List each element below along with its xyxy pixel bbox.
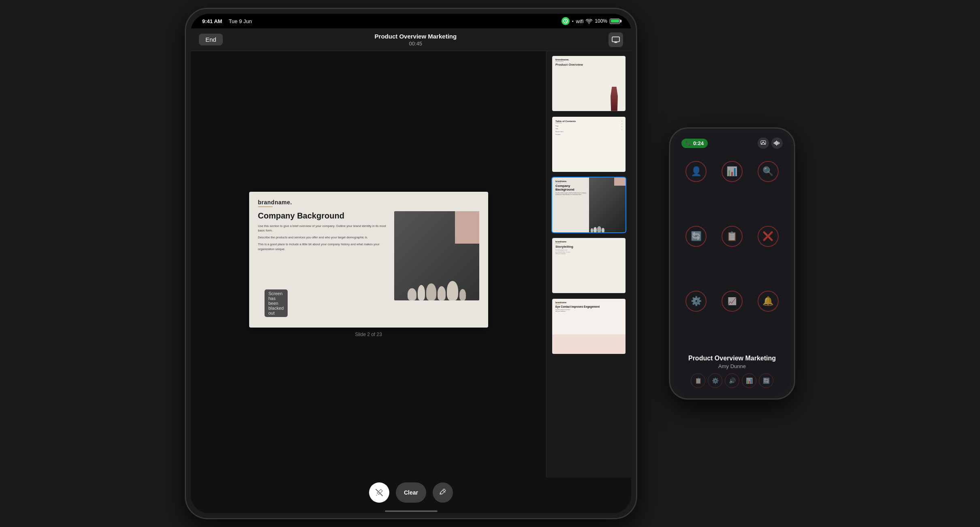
slide-thumb-1[interactable]: brandname. Product Overview bbox=[551, 55, 626, 112]
thumb2-title: Table of Contents bbox=[555, 120, 622, 122]
presentation-toolbar: Clear bbox=[191, 478, 631, 511]
phone-call-icon: 📞 bbox=[685, 141, 691, 146]
phone-small-icon-3[interactable]: 🔊 bbox=[725, 373, 739, 388]
status-time: 9:41 AM bbox=[202, 18, 222, 24]
phone-grid-icon-5[interactable]: 📋 bbox=[716, 220, 749, 253]
current-slide-area: brandname. Company Background Use this s… bbox=[191, 51, 546, 478]
slide-main-title: Company Background bbox=[258, 211, 388, 221]
ceramic-3 bbox=[426, 283, 436, 300]
wifi-signal-icon bbox=[586, 19, 592, 24]
slide-thumb-5[interactable]: brandname Eye Contact Improves Engagemen… bbox=[551, 298, 626, 355]
battery-level: 100% bbox=[595, 18, 607, 24]
thumb5-brand: brandname bbox=[555, 301, 622, 304]
thumb2-nums: 3 4 5 6 bbox=[621, 120, 622, 131]
current-slide: brandname. Company Background Use this s… bbox=[249, 192, 488, 328]
screen-blacked-badge: Screen has been blacked out bbox=[265, 289, 288, 317]
slide-counter: Slide 2 of 23 bbox=[355, 332, 382, 337]
thumb1-title: Product Overview bbox=[555, 63, 583, 66]
slide-thumb-3[interactable]: brandname. Company Background Use this s… bbox=[551, 177, 626, 234]
thumb-inner-1: brandname. Product Overview bbox=[552, 56, 626, 111]
ceramic-5 bbox=[447, 281, 458, 300]
svg-rect-5 bbox=[774, 142, 775, 144]
screentime-icon bbox=[562, 17, 570, 25]
thumb-inner-3: brandname. Company Background Use this s… bbox=[552, 178, 626, 233]
thumb4-title: Storytelling bbox=[555, 245, 622, 249]
home-indicator bbox=[191, 511, 631, 513]
thumb3-ceramics bbox=[589, 226, 606, 232]
phone-call-pill: 📞 0:24 bbox=[681, 139, 708, 148]
slide-panel[interactable]: brandname. Product Overview Table of Con… bbox=[546, 51, 631, 478]
slide-thumb-4[interactable]: brandname Storytelling Use this section … bbox=[551, 237, 626, 294]
phone-grid-icon-6[interactable]: ❌ bbox=[752, 220, 784, 253]
ceramic-1 bbox=[408, 288, 416, 300]
pen-button[interactable] bbox=[433, 482, 453, 503]
phone-waveform-button[interactable] bbox=[771, 137, 783, 149]
slide-image bbox=[394, 211, 479, 300]
thumb3-underline bbox=[555, 183, 561, 183]
thumb5-pink-bar bbox=[552, 334, 626, 354]
end-button[interactable]: End bbox=[199, 34, 223, 45]
airplay-icon bbox=[760, 140, 766, 146]
phone-grid-icon-9[interactable]: 🔔 bbox=[752, 285, 784, 318]
ceramic-4 bbox=[438, 286, 446, 300]
thumb4-text: Use this section to tellyour brand's sto… bbox=[555, 249, 622, 255]
ceramic-6 bbox=[459, 289, 466, 300]
phone-small-icon-2[interactable]: ⚙️ bbox=[708, 373, 722, 388]
thumb5-text: Use this section to connectwith your aud… bbox=[555, 309, 622, 312]
phone-icon-grid: 👤 📊 🔍 🔄 📋 ❌ bbox=[674, 151, 790, 351]
battery-bar bbox=[610, 19, 620, 24]
phone-grid-icon-7[interactable]: ⚙️ bbox=[680, 285, 713, 318]
phone-small-icon-1[interactable]: 📋 bbox=[691, 373, 705, 388]
laser-pointer-button[interactable] bbox=[369, 482, 389, 503]
phone-presenter: Amy Dunne bbox=[681, 363, 783, 369]
phone-small-icon-4[interactable]: 📊 bbox=[742, 373, 756, 388]
thumb1-underline bbox=[555, 61, 564, 62]
phone-grid-icon-1[interactable]: 👤 bbox=[680, 155, 713, 188]
thumb2-underline bbox=[555, 123, 562, 123]
presentation-main: brandname. Company Background Use this s… bbox=[191, 51, 631, 478]
slide-para-1: Use this section to give a brief overvie… bbox=[258, 224, 388, 233]
waveform-icon bbox=[774, 141, 780, 146]
home-bar bbox=[385, 510, 438, 512]
svg-rect-8 bbox=[777, 141, 778, 145]
phone-grid-icon-3[interactable]: 🔍 bbox=[752, 155, 784, 188]
status-date: Tue 9 Jun bbox=[228, 18, 252, 24]
thumb-inner-2: Table of Contents Page Title Section Int… bbox=[552, 117, 626, 172]
battery-fill bbox=[611, 19, 619, 23]
thumb3-image bbox=[589, 178, 626, 233]
ceramic-decoration bbox=[404, 281, 469, 300]
phone-small-icon-5[interactable]: 🔄 bbox=[759, 373, 773, 388]
phone-grid-icon-8[interactable]: 📈 bbox=[716, 285, 749, 318]
thumb1-brand: brandname. bbox=[555, 58, 569, 61]
svg-rect-7 bbox=[776, 141, 777, 146]
thumb1-vase bbox=[608, 87, 620, 111]
phone-presentation-title: Product Overview Marketing bbox=[681, 355, 783, 362]
presentation-timer: 00:45 bbox=[375, 41, 457, 47]
laser-pointer-icon bbox=[375, 488, 384, 497]
thumb4-underline bbox=[555, 243, 560, 244]
phone-status-bar: 📞 0:24 bbox=[674, 133, 790, 151]
ceramic-2 bbox=[418, 285, 425, 300]
tablet-status-bar: 9:41 AM Tue 9 Jun • wifi bbox=[191, 14, 631, 28]
thumb-inner-4: brandname Storytelling Use this section … bbox=[552, 238, 626, 293]
tablet-device: 9:41 AM Tue 9 Jun • wifi bbox=[185, 8, 637, 519]
svg-rect-9 bbox=[779, 142, 779, 144]
thumb4-brand: brandname bbox=[555, 240, 622, 243]
phone-status-right bbox=[758, 137, 783, 149]
phone-icons-row: 📋 ⚙️ 🔊 📊 🔄 bbox=[681, 373, 783, 388]
thumb5-underline bbox=[555, 304, 560, 304]
presentation-title: Product Overview Marketing bbox=[375, 33, 457, 40]
phone-grid-icon-2[interactable]: 📊 bbox=[716, 155, 749, 188]
thumb3-text: Use this section to give a brief overvie… bbox=[555, 192, 587, 195]
phone-airplay-button[interactable] bbox=[758, 137, 769, 149]
slide-text-column: Company Background Use this section to g… bbox=[258, 211, 388, 300]
svg-rect-6 bbox=[775, 141, 776, 145]
thumb5-title: Eye Contact Improves Engagement bbox=[555, 305, 622, 308]
phone-grid-icon-4[interactable]: 🔄 bbox=[680, 220, 713, 253]
slide-thumb-2[interactable]: Table of Contents Page Title Section Int… bbox=[551, 116, 626, 173]
dot-separator: • bbox=[572, 19, 574, 24]
thumb2-rows: Page Title Section Intro Content bbox=[555, 125, 622, 136]
monitor-button[interactable] bbox=[608, 32, 623, 47]
clear-button[interactable]: Clear bbox=[396, 482, 426, 503]
phone-bottom-info: Product Overview Marketing Amy Dunne 📋 ⚙… bbox=[674, 351, 790, 394]
